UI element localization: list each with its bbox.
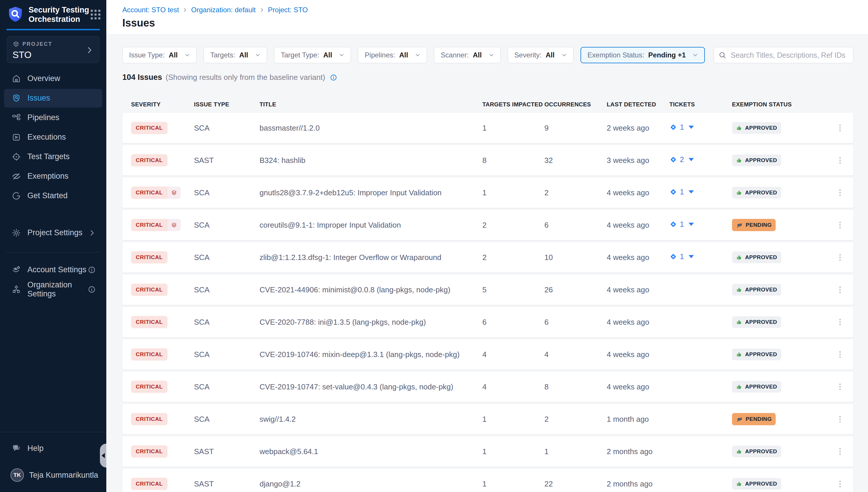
issue-title[interactable]: swig//1.4.2 — [260, 415, 482, 424]
filter-exemption-status[interactable]: Exemption Status:Pending +1 — [580, 47, 705, 63]
targets-impacted: 5 — [482, 285, 544, 294]
last-detected: 2 weeks ago — [607, 124, 669, 132]
issue-title[interactable]: CVE-2019-10747: set-value@0.4.3 (lang-pk… — [260, 383, 482, 391]
issue-table-row[interactable]: CRITICAL SCA CVE-2019-10747: set-value@0… — [122, 372, 853, 402]
row-menu-icon[interactable] — [836, 447, 844, 456]
breadcrumb-organization-link[interactable]: Organization: default — [191, 6, 256, 14]
filter-target-type[interactable]: Target Type:All — [274, 47, 351, 63]
issue-table-row[interactable]: CRITICAL SCA bassmaster//1.2.0 1 9 2 wee… — [122, 113, 853, 143]
row-menu-icon[interactable] — [836, 383, 844, 391]
sidebar-item-pipelines[interactable]: Pipelines — [4, 108, 102, 127]
breadcrumb-project-link[interactable]: Project: STO — [268, 6, 308, 14]
user-menu[interactable]: TK Teja Kummarikuntla — [4, 466, 102, 485]
row-menu-icon[interactable] — [836, 253, 844, 262]
filter-pipelines[interactable]: Pipelines:All — [358, 47, 427, 63]
sidebar-item-help[interactable]: ? Help — [4, 439, 102, 458]
info-icon[interactable] — [330, 74, 337, 81]
issue-table-row[interactable]: CRITICAL SCA CVE-2019-10746: mixin-deep@… — [122, 339, 853, 370]
issue-table-row[interactable]: CRITICAL SCA coreutils@9.1-1: Improper I… — [122, 210, 853, 240]
issue-table-row[interactable]: CRITICAL SCA swig//1.4.2 1 2 1 month ago… — [122, 404, 853, 434]
issue-title[interactable]: B324: hashlib — [260, 156, 482, 165]
filter-severity[interactable]: Severity:All — [508, 47, 574, 63]
issue-title[interactable]: CVE-2021-44906: minimist@0.0.8 (lang-pkg… — [260, 285, 482, 294]
issue-title[interactable]: zlib@1:1.2.13.dfsg-1: Integer Overflow o… — [260, 253, 482, 262]
issue-table-row[interactable]: CRITICAL SCA zlib@1:1.2.13.dfsg-1: Integ… — [122, 242, 853, 272]
issue-title[interactable]: gnutls28@3.7.9-2+deb12u5: Improper Input… — [260, 188, 482, 197]
ticket-link[interactable]: 1 — [669, 252, 694, 261]
table-header-row: SEVERITY ISSUE TYPE TITLE TARGETS IMPACT… — [122, 98, 853, 110]
project-label: PROJECT — [22, 41, 52, 47]
sidebar-item-issues[interactable]: Issues — [4, 89, 102, 107]
sidebar-item-exemptions[interactable]: Exemptions — [4, 167, 102, 186]
ticket-link[interactable]: 1 — [669, 220, 694, 229]
ticket-link[interactable]: 1 — [669, 123, 694, 132]
ticket-link[interactable]: 2 — [669, 155, 694, 164]
sidebar-item-test-targets[interactable]: Test Targets — [4, 147, 102, 166]
chevron-down-icon — [339, 52, 345, 58]
targets-impacted: 1 — [482, 415, 544, 424]
sidebar-collapse-handle[interactable] — [100, 444, 106, 468]
sidebar-item-organization-settings[interactable]: Organization Settings — [4, 280, 102, 299]
sidebar-item-overview[interactable]: Overview — [4, 69, 102, 88]
row-menu-icon[interactable] — [836, 415, 844, 423]
row-menu-icon[interactable] — [836, 285, 844, 294]
last-detected: 4 weeks ago — [607, 285, 669, 294]
issue-table-row[interactable]: CRITICAL SAST B324: hashlib 8 32 3 weeks… — [122, 145, 853, 175]
severity-badge: CRITICAL — [131, 122, 167, 134]
targets-impacted: 2 — [482, 221, 544, 230]
severity-badge: CRITICAL — [131, 154, 167, 167]
targets-impacted: 4 — [482, 350, 544, 359]
severity-badge: CRITICAL — [131, 348, 167, 361]
thumbs-up-icon — [736, 351, 742, 358]
occurrences: 1 — [544, 447, 607, 456]
issue-table-row[interactable]: CRITICAL SCA gnutls28@3.7.9-2+deb12u5: I… — [122, 177, 853, 208]
sidebar-item-account-settings[interactable]: Account Settings — [4, 261, 102, 279]
filter-issue-type[interactable]: Issue Type:All — [122, 47, 196, 63]
sidebar-item-get-started[interactable]: Get Started — [4, 187, 102, 205]
sto-shield-logo-icon — [6, 5, 24, 24]
row-menu-icon[interactable] — [836, 318, 844, 326]
exemption-status-badge: APPROVED — [732, 381, 781, 393]
issue-table-row[interactable]: CRITICAL SCA CVE-2020-7788: ini@1.3.5 (l… — [122, 307, 853, 337]
targets-impacted: 1 — [482, 124, 544, 132]
jira-diamond-icon — [669, 220, 677, 228]
issue-title[interactable]: coreutils@9.1-1: Improper Input Validati… — [260, 221, 482, 230]
module-switcher-icon[interactable] — [90, 9, 101, 20]
ticket-link[interactable]: 1 — [669, 188, 694, 196]
issue-title[interactable]: CVE-2019-10746: mixin-deep@1.3.1 (lang-p… — [260, 350, 482, 359]
thumbs-up-icon — [736, 319, 742, 325]
sidebar-nav: Overview Issues Pipelines Executions Tes… — [0, 69, 106, 299]
filter-targets[interactable]: Targets:All — [204, 47, 267, 63]
row-menu-icon[interactable] — [836, 156, 844, 165]
jira-diamond-icon — [669, 123, 677, 131]
severity-badge: CRITICAL — [131, 219, 181, 231]
last-detected: 4 weeks ago — [607, 188, 669, 197]
issue-title[interactable]: django@1.2 — [260, 479, 482, 489]
filter-scanner[interactable]: Scanner:All — [434, 47, 501, 63]
issue-title[interactable]: CVE-2020-7788: ini@1.3.5 (lang-pkgs, nod… — [260, 318, 482, 327]
row-menu-icon[interactable] — [836, 350, 844, 359]
issue-table-row[interactable]: CRITICAL SAST django@1.2 1 22 2 months a… — [122, 469, 853, 492]
sidebar-item-label: Exemptions — [27, 172, 69, 181]
row-menu-icon[interactable] — [836, 124, 844, 132]
info-icon[interactable] — [88, 285, 96, 294]
sidebar-item-label: Overview — [27, 74, 60, 83]
issue-title[interactable]: bassmaster//1.2.0 — [260, 124, 482, 132]
issue-table-row[interactable]: CRITICAL SCA CVE-2021-44906: minimist@0.… — [122, 275, 853, 305]
sidebar-divider — [6, 252, 100, 252]
sidebar-item-executions[interactable]: Executions — [4, 128, 102, 147]
project-selector[interactable]: PROJECT STO — [7, 36, 99, 63]
row-menu-icon[interactable] — [836, 221, 844, 229]
issues-content: Issue Type:All Targets:All Target Type:A… — [106, 47, 868, 492]
row-menu-icon[interactable] — [836, 479, 844, 488]
issue-title[interactable]: webpack@5.64.1 — [260, 447, 482, 456]
occurrences: 6 — [544, 318, 607, 327]
issue-table-row[interactable]: CRITICAL SAST webpack@5.64.1 1 1 2 month… — [122, 436, 853, 467]
row-menu-icon[interactable] — [836, 188, 844, 197]
last-detected: 1 month ago — [607, 415, 669, 424]
breadcrumb-account-link[interactable]: Account: STO test — [122, 6, 179, 14]
search-input[interactable] — [714, 47, 853, 63]
sidebar-item-project-settings[interactable]: Project Settings — [4, 224, 102, 242]
targets-impacted: 6 — [482, 318, 544, 327]
info-icon[interactable] — [88, 266, 96, 274]
